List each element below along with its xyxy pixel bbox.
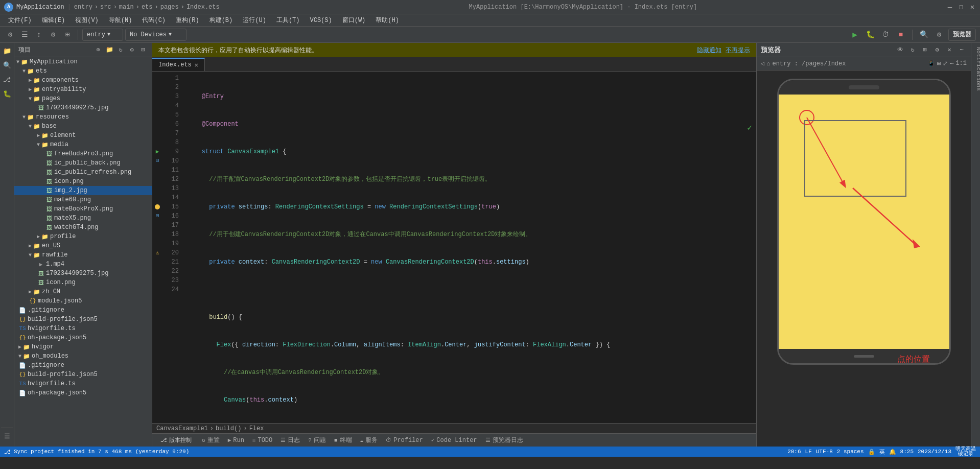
editor-tab-index-ets[interactable]: Index.ets ✕ <box>152 58 205 71</box>
toolbar-settings-icon[interactable]: ⚙ <box>4 29 16 41</box>
preview-label[interactable]: 预览器 <box>948 29 976 41</box>
tree-item-media[interactable]: ▼ 📁 media <box>14 140 152 149</box>
status-charset[interactable]: UTF-8 <box>816 449 833 455</box>
toolbar-sort-icon[interactable]: ↕ <box>33 29 45 41</box>
activity-vcs-icon[interactable]: ⎇ <box>1 74 13 86</box>
tree-item-freebuds[interactable]: 🖼 freeBudsPro3.png <box>14 149 152 158</box>
tree-item-mate60[interactable]: 🖼 mate60.png <box>14 195 152 204</box>
tree-item-rawimg[interactable]: 🖼 1702344909275.jpg <box>14 269 152 278</box>
tree-item-hvigor[interactable]: ▶ 📁 hvigor <box>14 342 152 351</box>
menu-build[interactable]: 构建(B) <box>205 15 237 26</box>
sidebar-icon-btn-4[interactable]: ⚙ <box>127 45 136 55</box>
tree-item-element[interactable]: ▶ 📁 element <box>14 131 152 140</box>
menu-refactor[interactable]: 重构(R) <box>172 15 203 26</box>
tree-item-img1[interactable]: 🖼 1702344909275.jpg <box>14 103 152 112</box>
preview-grid-icon[interactable]: ⊞ <box>920 45 930 55</box>
tree-item-icon-png[interactable]: 🖼 icon.png <box>14 177 152 186</box>
tree-item-rawfile[interactable]: ▼ 📁 rawfile <box>14 250 152 260</box>
activity-debug-icon[interactable]: 🐛 <box>1 88 13 100</box>
run-button[interactable]: ▶ <box>849 29 861 41</box>
menu-file[interactable]: 文件(F) <box>4 15 36 26</box>
search-toolbar-icon[interactable]: 🔍 <box>918 29 930 41</box>
tree-item-en-us[interactable]: ▶ 📁 en_US <box>14 241 152 250</box>
sidebar-icon-btn-1[interactable]: ⊕ <box>94 45 103 55</box>
tree-item-root[interactable]: ▼ 📁 MyApplication <box>14 57 152 66</box>
bottom-tab-terminal[interactable]: ■ 终端 <box>332 435 354 445</box>
bottom-tab-log[interactable]: ☰ 日志 <box>278 435 302 445</box>
tree-item-resources[interactable]: ▼ 📁 resources <box>14 112 152 122</box>
activity-project-icon[interactable]: 📁 <box>1 45 13 57</box>
status-git-icon[interactable]: ⎇ <box>4 449 11 455</box>
notifications-label[interactable]: Notifications <box>971 43 980 95</box>
bottom-tab-run[interactable]: ▶ Run <box>226 436 246 445</box>
tree-item-ic-refresh[interactable]: 🖼 ic_public_refresh.png <box>14 168 152 177</box>
tree-item-oh-modules[interactable]: ▼ 📁 oh_modules <box>14 351 152 361</box>
preview-eye-icon[interactable]: 👁 <box>895 45 905 55</box>
settings-toolbar-icon[interactable]: ⚙ <box>933 29 945 41</box>
menu-run[interactable]: 运行(U) <box>239 15 270 26</box>
tree-item-mp4[interactable]: ▶ 1.mp4 <box>14 260 152 269</box>
tree-item-entryability[interactable]: ▶ 📁 entryability <box>14 85 152 94</box>
profile-button[interactable]: ⏱ <box>879 29 892 41</box>
toolbar-list-icon[interactable]: ☰ <box>18 29 31 41</box>
menu-navigate[interactable]: 导航(N) <box>105 15 136 26</box>
menu-code[interactable]: 代码(C) <box>138 15 170 26</box>
status-lang[interactable]: 英 <box>879 448 885 456</box>
menu-vcs[interactable]: VCS(S) <box>306 16 336 25</box>
tree-item-raw-icon[interactable]: 🖼 icon.png <box>14 278 152 287</box>
preview-refresh-icon[interactable]: ↻ <box>907 45 918 55</box>
tree-item-matebook[interactable]: 🖼 mateBookProX.png <box>14 204 152 214</box>
device-dropdown[interactable]: No Devices ▼ <box>125 29 186 41</box>
tree-item-components[interactable]: ▶ 📁 components <box>14 76 152 85</box>
tree-item-ets[interactable]: ▼ 📁 ets <box>14 66 152 76</box>
tree-item-profile[interactable]: ▶ 📁 profile <box>14 232 152 241</box>
breakpoint-icon[interactable] <box>155 204 160 209</box>
menu-edit[interactable]: 编辑(E) <box>38 15 69 26</box>
status-position[interactable]: 20:6 <box>787 449 801 455</box>
menu-window[interactable]: 窗口(W) <box>338 15 370 26</box>
menu-help[interactable]: 帮助(H) <box>371 15 403 26</box>
tree-item-gitignore[interactable]: 📄 .gitignore <box>14 306 152 315</box>
preview-close-icon[interactable]: ✕ <box>944 45 954 55</box>
tree-item-hvigorfile2[interactable]: TS hvigorfile.ts <box>14 379 152 388</box>
status-indent[interactable]: 2 spaces <box>837 449 864 455</box>
tree-item-hvigorfile[interactable]: TS hvigorfile.ts <box>14 324 152 333</box>
tree-item-img2[interactable]: 🖼 img_2.jpg <box>14 186 152 195</box>
sidebar-collapse-btn[interactable]: ⊟ <box>138 45 148 55</box>
close-button[interactable]: ✕ <box>969 4 976 11</box>
menu-view[interactable]: 视图(V) <box>71 15 103 26</box>
menu-tools[interactable]: 工具(T) <box>272 15 304 26</box>
bottom-tab-preview-log[interactable]: ☰ 预览器日志 <box>483 435 525 445</box>
minimize-button[interactable]: — <box>946 4 953 11</box>
tree-item-oh-package[interactable]: {} oh-package.json5 <box>14 333 152 342</box>
tree-item-matex5[interactable]: 🖼 mateX5.png <box>14 214 152 223</box>
tree-item-oh-package2[interactable]: 📄 oh-package.json5 <box>14 388 152 397</box>
tree-item-gitignore2[interactable]: 📄 .gitignore <box>14 361 152 370</box>
entry-dropdown[interactable]: entry ▼ <box>82 29 123 41</box>
tree-item-module-json[interactable]: {} module.json5 <box>14 296 152 306</box>
tab-close-icon[interactable]: ✕ <box>195 61 198 69</box>
bottom-tab-todo[interactable]: ≡ TODO <box>250 436 274 445</box>
bottom-tab-code-linter[interactable]: ✓ Code Linter <box>429 436 479 445</box>
maximize-button[interactable]: ❐ <box>958 4 965 11</box>
tree-item-pages[interactable]: ▼ 📁 pages <box>14 94 152 103</box>
toolbar-collapse-icon[interactable]: ⊞ <box>61 29 74 41</box>
status-encoding[interactable]: LF <box>805 449 812 455</box>
bottom-tab-reset[interactable]: ↻ 重置 <box>200 435 222 445</box>
preview-settings-icon[interactable]: ⚙ <box>932 45 942 55</box>
tree-item-watch[interactable]: 🖼 watchGT4.png <box>14 223 152 232</box>
sidebar-icon-btn-3[interactable]: ↻ <box>116 45 125 55</box>
tree-item-ic-back[interactable]: 🖼 ic_public_back.png <box>14 158 152 168</box>
activity-bottom-icon-1[interactable]: ☰ <box>1 430 13 442</box>
tree-item-build-profile2[interactable]: {} build-profile.json5 <box>14 370 152 379</box>
code-content[interactable]: @Entry @Component struct CanvasExample1 … <box>183 72 756 423</box>
hide-notification-link[interactable]: 隐藏通知 <box>697 46 721 55</box>
bottom-tab-problems[interactable]: ? 问题 <box>306 435 328 445</box>
sidebar-icon-btn-2[interactable]: 📁 <box>105 45 114 55</box>
preview-more-icon[interactable]: ⋯ <box>956 45 967 55</box>
toolbar-config-icon[interactable]: ⚙ <box>47 29 59 41</box>
no-remind-link[interactable]: 不再提示 <box>726 46 750 55</box>
version-ctrl-btn[interactable]: ⎇ 版本控制 <box>156 435 196 445</box>
tree-item-build-profile[interactable]: {} build-profile.json5 <box>14 315 152 324</box>
stop-button[interactable]: ■ <box>895 29 907 41</box>
